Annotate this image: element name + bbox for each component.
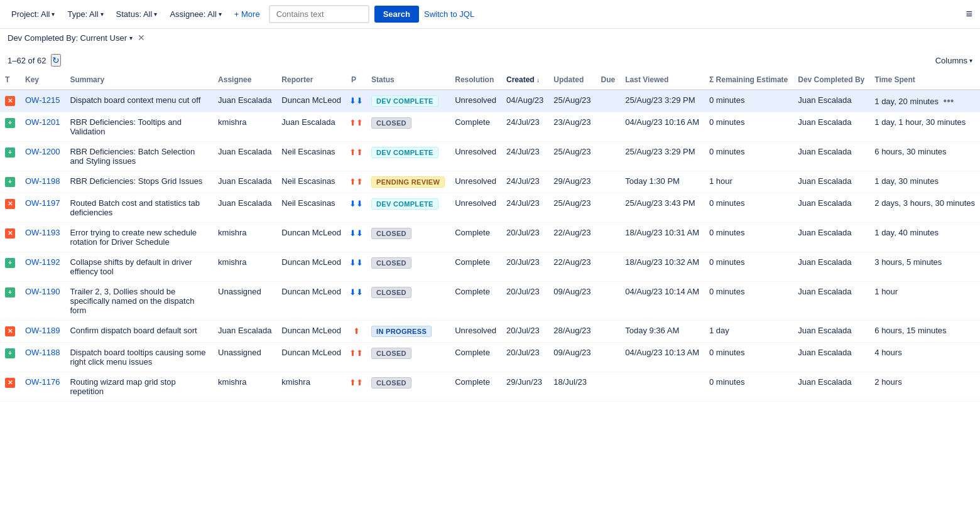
- assignee-filter[interactable]: Assignee: All ▾: [166, 7, 225, 21]
- cell-due: [596, 282, 621, 321]
- issue-key-link[interactable]: OW-1188: [25, 348, 60, 357]
- cell-status: CLOSED: [366, 252, 450, 282]
- cell-assignee: Juan Escalada: [213, 90, 276, 112]
- cell-resolution: Unresolved: [450, 171, 501, 193]
- cell-last-viewed: 04/Aug/23 10:16 AM: [620, 112, 704, 142]
- cell-time-spent: 6 hours, 30 minutes: [869, 142, 980, 171]
- table-row[interactable]: + OW-1192 Collapse shifts by default in …: [0, 252, 980, 282]
- priority-highest-icon: ⬆⬆: [351, 377, 361, 387]
- cell-last-viewed: 18/Aug/23 10:32 AM: [620, 252, 704, 282]
- search-button[interactable]: Search: [374, 6, 419, 23]
- reporter-value: Juan Escalada: [281, 117, 335, 127]
- issue-key-link[interactable]: OW-1201: [25, 117, 60, 127]
- table-row[interactable]: + OW-1190 Trailer 2, 3, Dollies should b…: [0, 282, 980, 321]
- switch-jql-button[interactable]: Switch to JQL: [424, 9, 474, 19]
- status-filter[interactable]: Status: All ▾: [112, 7, 161, 21]
- col-assignee: Assignee: [213, 70, 276, 90]
- issue-key-link[interactable]: OW-1197: [25, 198, 60, 208]
- cell-reporter: Neil Escasinas: [276, 193, 346, 223]
- search-input[interactable]: [269, 5, 369, 23]
- cell-priority: ⬆⬆: [346, 372, 366, 402]
- issue-key-link[interactable]: OW-1176: [25, 377, 60, 387]
- refresh-button[interactable]: ↻: [51, 54, 61, 67]
- issue-key-link[interactable]: OW-1189: [25, 326, 60, 335]
- cell-reporter: Duncan McLeod: [276, 90, 346, 112]
- bug-icon: ✕: [5, 228, 15, 238]
- table-row[interactable]: + OW-1200 RBR Deficiencies: Batch Select…: [0, 142, 980, 171]
- cell-dev-completed: Juan Escalada: [793, 321, 869, 343]
- issue-key-link[interactable]: OW-1190: [25, 287, 60, 296]
- cell-time-spent: 2 hours: [869, 372, 980, 402]
- issue-key-link[interactable]: OW-1193: [25, 228, 60, 237]
- cell-key: OW-1190: [20, 282, 65, 321]
- table-row[interactable]: + OW-1201 RBR Deficiencies: Tooltips and…: [0, 112, 980, 142]
- columns-button[interactable]: Columns ▾: [935, 56, 972, 65]
- cell-last-viewed: 25/Aug/23 3:43 PM: [620, 193, 704, 223]
- status-filter-label: Status: All: [116, 9, 153, 19]
- table-row[interactable]: ✕ OW-1176 Routing wizard map grid stop r…: [0, 372, 980, 402]
- story-icon: +: [5, 258, 15, 268]
- status-badge: CLOSED: [371, 257, 411, 269]
- cell-type: +: [0, 142, 20, 171]
- filter-tag-close[interactable]: ✕: [136, 33, 146, 43]
- cell-key: OW-1193: [20, 223, 65, 252]
- priority-highest-icon: ⬆⬆: [351, 176, 361, 186]
- issues-table-container: T Key Summary Assignee Reporter P Status…: [0, 70, 980, 402]
- assignee-value: Juan Escalada: [218, 95, 271, 105]
- assignee-value: Juan Escalada: [218, 176, 271, 186]
- issue-key-link[interactable]: OW-1198: [25, 176, 60, 186]
- cell-type: ✕: [0, 321, 20, 343]
- col-dev-completed: Dev Completed By: [793, 70, 869, 90]
- cell-created: 20/Jul/23: [501, 282, 548, 321]
- project-filter[interactable]: Project: All ▾: [8, 7, 58, 21]
- issues-table: T Key Summary Assignee Reporter P Status…: [0, 70, 980, 402]
- cell-remaining: 0 minutes: [704, 372, 793, 402]
- cell-assignee: Unassigned: [213, 343, 276, 372]
- col-created[interactable]: Created ↓: [501, 70, 548, 90]
- table-row[interactable]: + OW-1188 Dispatch board tooltips causin…: [0, 343, 980, 372]
- hamburger-menu[interactable]: ≡: [966, 8, 972, 21]
- cell-reporter: Duncan McLeod: [276, 282, 346, 321]
- reporter-value: kmishra: [281, 377, 310, 387]
- cell-last-viewed: 04/Aug/23 10:13 AM: [620, 343, 704, 372]
- col-resolution: Resolution: [450, 70, 501, 90]
- table-row[interactable]: + OW-1198 RBR Deficiencies: Stops Grid I…: [0, 171, 980, 193]
- issue-key-link[interactable]: OW-1215: [25, 95, 60, 105]
- cell-created: 20/Jul/23: [501, 252, 548, 282]
- table-row[interactable]: ✕ OW-1215 Dispatch board context menu cu…: [0, 90, 980, 112]
- cell-time-spent: 1 day, 1 hour, 30 minutes: [869, 112, 980, 142]
- cell-assignee: kmishra: [213, 372, 276, 402]
- cell-created: 29/Jun/23: [501, 372, 548, 402]
- cell-summary: Dispatch board tooltips causing some rig…: [65, 343, 213, 372]
- cell-time-spent: 1 day, 20 minutes •••: [869, 90, 980, 112]
- table-row[interactable]: ✕ OW-1193 Error trying to create new sch…: [0, 223, 980, 252]
- cell-reporter: Duncan McLeod: [276, 223, 346, 252]
- col-key: Key: [20, 70, 65, 90]
- issue-key-link[interactable]: OW-1200: [25, 147, 60, 156]
- cell-due: [596, 112, 621, 142]
- cell-key: OW-1215: [20, 90, 65, 112]
- reporter-value: Duncan McLeod: [281, 228, 341, 237]
- cell-dev-completed: Juan Escalada: [793, 171, 869, 193]
- assignee-value: kmishra: [218, 228, 247, 237]
- cell-remaining: 0 minutes: [704, 193, 793, 223]
- more-button[interactable]: + More: [231, 7, 264, 21]
- status-badge: CLOSED: [371, 348, 411, 359]
- row-more-actions[interactable]: •••: [941, 95, 957, 107]
- status-badge: IN PROGRESS: [371, 326, 432, 337]
- cell-reporter: Duncan McLeod: [276, 252, 346, 282]
- type-filter-label: Type: All: [67, 9, 98, 19]
- reporter-value: Neil Escasinas: [281, 198, 335, 208]
- cell-reporter: Duncan McLeod: [276, 321, 346, 343]
- type-filter[interactable]: Type: All ▾: [63, 7, 107, 21]
- story-icon: +: [5, 177, 15, 187]
- table-row[interactable]: ✕ OW-1189 Confirm dispatch board default…: [0, 321, 980, 343]
- table-row[interactable]: ✕ OW-1197 Routed Batch cost and statisti…: [0, 193, 980, 223]
- cell-time-spent: 1 hour: [869, 282, 980, 321]
- assignee-filter-label: Assignee: All: [170, 9, 216, 19]
- issue-key-link[interactable]: OW-1192: [25, 257, 60, 267]
- more-button-label: + More: [234, 9, 260, 19]
- cell-dev-completed: Juan Escalada: [793, 343, 869, 372]
- cell-type: ✕: [0, 193, 20, 223]
- cell-reporter: Neil Escasinas: [276, 142, 346, 171]
